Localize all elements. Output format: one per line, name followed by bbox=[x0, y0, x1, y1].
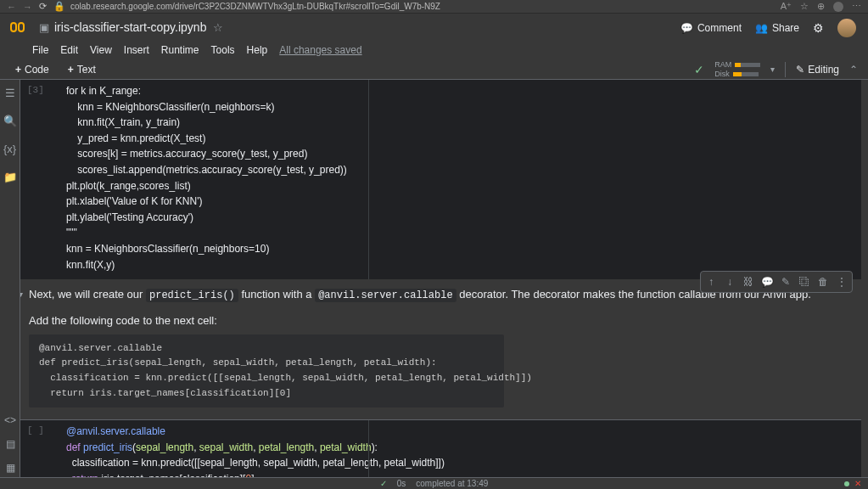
command-palette-icon[interactable]: ▦ bbox=[6, 462, 15, 474]
save-status[interactable]: All changes saved bbox=[279, 44, 361, 56]
user-avatar[interactable] bbox=[837, 19, 856, 37]
colab-logo-icon[interactable] bbox=[10, 20, 31, 35]
embedded-code-block: @anvil.server.callable def predict_iris(… bbox=[29, 334, 504, 408]
code-snippets-icon[interactable]: <> bbox=[4, 414, 16, 426]
code-token: @anvil.server.callable bbox=[66, 425, 165, 437]
inline-code: @anvil.server.callable bbox=[315, 289, 456, 302]
toolbar: + Code + Text ✓ RAM Disk ▾ ✎ Editing ⌃ bbox=[0, 59, 868, 80]
lock-icon: 🔒 bbox=[53, 1, 65, 12]
browser-address-bar: ← → ⟳ 🔒 colab.research.google.com/drive/… bbox=[0, 0, 868, 14]
menu-view[interactable]: View bbox=[90, 44, 112, 56]
chevron-up-icon[interactable]: ⌃ bbox=[849, 64, 858, 76]
text-span: Next, we will create our bbox=[29, 288, 146, 301]
mirror-icon[interactable]: ⿻ bbox=[796, 273, 813, 290]
favorite-icon[interactable]: ☆ bbox=[800, 1, 809, 12]
ram-label: RAM bbox=[714, 60, 731, 69]
code-cell[interactable]: [ ] @anvil.server.callable def predict_i… bbox=[20, 419, 861, 477]
code-line: scores_list.append(metrics.accuracy_scor… bbox=[20, 162, 861, 178]
code-line: y_pred = knn.predict(X_test) bbox=[20, 131, 861, 147]
share-button[interactable]: 👥 Share bbox=[755, 22, 799, 34]
search-icon[interactable]: 🔍 bbox=[3, 115, 17, 127]
code-line: knn.fit(X_train, y_train) bbox=[20, 115, 861, 131]
status-completed: completed at 13:49 bbox=[416, 479, 488, 488]
ruler-line bbox=[368, 420, 369, 477]
comment-cell-icon[interactable]: 💬 bbox=[759, 273, 776, 290]
status-check-icon: ✓ bbox=[380, 479, 387, 488]
left-sidebar-bottom: <> ▤ ▦ bbox=[0, 414, 20, 474]
inline-code: predict_iris() bbox=[146, 289, 238, 302]
notebook-title[interactable]: iris-classifier-start-copy.ipynb bbox=[54, 20, 206, 34]
menu-file[interactable]: File bbox=[32, 44, 48, 56]
notebook-content: [3] for k in K_range: knn = KNeighborsCl… bbox=[20, 80, 868, 477]
edit-icon[interactable]: ✎ bbox=[777, 273, 794, 290]
add-code-label: Code bbox=[25, 64, 49, 76]
move-down-icon[interactable]: ↓ bbox=[721, 273, 738, 290]
menu-help[interactable]: Help bbox=[247, 44, 268, 56]
comment-icon: 💬 bbox=[680, 22, 693, 34]
share-icon: 👥 bbox=[755, 22, 768, 34]
cell-execution-count: [3] bbox=[27, 83, 44, 98]
text-span: function with a bbox=[238, 288, 315, 301]
reload-icon[interactable]: ⟳ bbox=[39, 1, 47, 12]
text-paragraph: Add the following code to the next cell: bbox=[29, 312, 841, 329]
code-cell[interactable]: [3] for k in K_range: knn = KNeighborsCl… bbox=[20, 80, 861, 279]
gear-icon[interactable]: ⚙ bbox=[813, 21, 824, 35]
code-line: plt.plot(k_range,scores_list) bbox=[20, 178, 861, 194]
code-line: scores[k] = metrics.accuracy_score(y_tes… bbox=[20, 146, 861, 162]
move-up-icon[interactable]: ↑ bbox=[703, 273, 720, 290]
connection-status-icon bbox=[844, 481, 849, 486]
comment-label: Comment bbox=[697, 22, 742, 34]
code-line: """ bbox=[20, 225, 861, 241]
header-actions: 💬 Comment 👥 Share ⚙ bbox=[680, 19, 856, 37]
files-icon[interactable]: 📁 bbox=[3, 171, 17, 183]
close-status-icon[interactable]: ✕ bbox=[854, 479, 861, 488]
collections-icon[interactable]: ⊕ bbox=[817, 1, 825, 12]
add-text-button[interactable]: + Text bbox=[63, 62, 101, 77]
check-icon: ✓ bbox=[694, 63, 704, 76]
editing-label: Editing bbox=[808, 64, 839, 76]
plus-icon: + bbox=[15, 64, 21, 76]
delete-icon[interactable]: 🗑 bbox=[815, 273, 832, 290]
add-text-label: Text bbox=[77, 64, 96, 76]
status-time: 0s bbox=[397, 479, 406, 488]
status-bar: ✓ 0s completed at 13:49 ✕ bbox=[0, 477, 868, 489]
disk-label: Disk bbox=[714, 70, 730, 78]
plus-icon: + bbox=[68, 64, 74, 76]
browser-menu-icon[interactable]: ⋯ bbox=[852, 1, 861, 12]
variables-icon[interactable]: {x} bbox=[3, 143, 16, 155]
terminal-icon[interactable]: ▤ bbox=[6, 438, 15, 450]
url-text[interactable]: colab.research.google.com/drive/rC3P2C3D… bbox=[70, 2, 781, 11]
browser-profile-icon[interactable] bbox=[833, 2, 843, 12]
drive-file-icon: ▣ bbox=[39, 21, 49, 34]
code-line: plt.ylabel('Testing Accuracy') bbox=[20, 210, 861, 226]
chevron-down-icon[interactable]: ▾ bbox=[770, 65, 775, 74]
menu-runtime[interactable]: Runtime bbox=[161, 44, 199, 56]
reader-icon[interactable]: A⁺ bbox=[781, 1, 792, 12]
menu-tools[interactable]: Tools bbox=[211, 44, 235, 56]
editing-mode-button[interactable]: ✎ Editing bbox=[796, 64, 839, 76]
add-code-button[interactable]: + Code bbox=[10, 62, 54, 77]
ruler-line bbox=[368, 80, 369, 279]
link-icon[interactable]: ⛓ bbox=[740, 273, 757, 290]
code-line: knn = KNeighborsClassifier(n_neighbors=k… bbox=[20, 99, 861, 115]
pencil-icon: ✎ bbox=[796, 64, 804, 76]
cell-toolbar: ↑ ↓ ⛓ 💬 ✎ ⿻ 🗑 ⋮ bbox=[700, 271, 853, 293]
code-line: plt.xlabel('Value of K for KNN') bbox=[20, 194, 861, 210]
resource-meter[interactable]: RAM Disk bbox=[714, 60, 760, 78]
forward-icon[interactable]: → bbox=[23, 2, 32, 12]
toc-icon[interactable]: ☰ bbox=[5, 87, 15, 99]
code-line: for k in K_range: bbox=[20, 83, 861, 99]
star-icon[interactable]: ☆ bbox=[213, 21, 223, 34]
code-line: classification = knn.predict([[sepal_len… bbox=[20, 455, 861, 471]
code-line: knn = KNeighborsClassifier(n_neighbors=1… bbox=[20, 241, 861, 257]
cell-execution-count: [ ] bbox=[27, 424, 44, 438]
menu-bar: File Edit View Insert Runtime Tools Help… bbox=[0, 41, 868, 59]
back-icon[interactable]: ← bbox=[7, 2, 16, 12]
share-label: Share bbox=[772, 22, 799, 34]
menu-edit[interactable]: Edit bbox=[60, 44, 78, 56]
more-icon[interactable]: ⋮ bbox=[833, 273, 850, 290]
menu-insert[interactable]: Insert bbox=[124, 44, 149, 56]
comment-button[interactable]: 💬 Comment bbox=[680, 22, 742, 34]
text-cell[interactable]: ▾ Next, we will create our predict_iris(… bbox=[20, 279, 861, 419]
collapse-icon[interactable]: ▾ bbox=[20, 288, 23, 301]
